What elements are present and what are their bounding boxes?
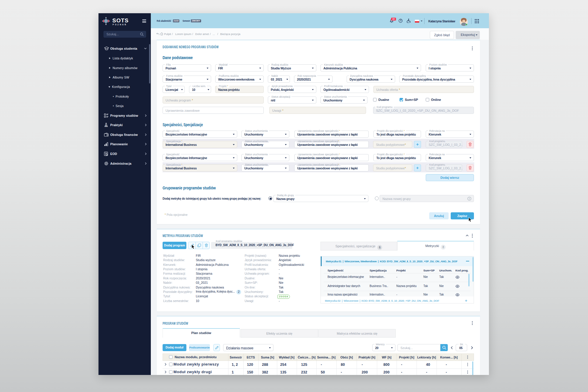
- svg-text:A: A: [106, 125, 107, 127]
- svg-text:?: ?: [400, 19, 401, 22]
